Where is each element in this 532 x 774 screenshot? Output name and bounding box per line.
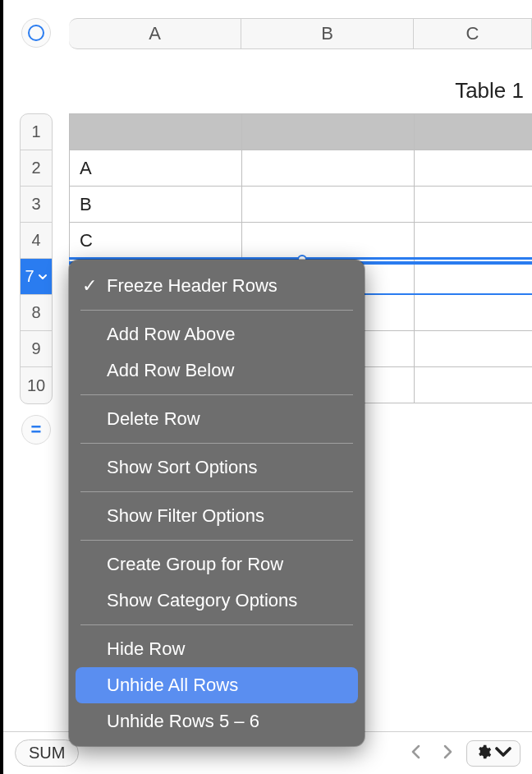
menu-create-group-for-row[interactable]: Create Group for Row	[69, 546, 365, 583]
menu-separator	[80, 443, 353, 444]
menu-delete-row[interactable]: Delete Row	[69, 401, 365, 437]
cell-c9[interactable]	[415, 331, 532, 366]
menu-separator	[80, 491, 353, 492]
menu-label: Freeze Header Rows	[107, 275, 277, 296]
cell-c10[interactable]	[415, 367, 532, 403]
row-header-1[interactable]: 1	[21, 114, 52, 150]
menu-separator	[80, 394, 353, 395]
chevron-right-icon	[441, 742, 454, 765]
column-header-a[interactable]: A	[69, 19, 241, 48]
row-header-3[interactable]: 3	[21, 187, 52, 223]
menu-add-row-below[interactable]: Add Row Below	[69, 352, 365, 389]
cell-c4[interactable]	[415, 223, 532, 258]
cell-c3[interactable]	[415, 187, 532, 222]
column-header-c[interactable]: C	[414, 19, 531, 48]
next-sheet-button[interactable]	[435, 741, 460, 766]
menu-label: Create Group for Row	[107, 554, 283, 574]
cell-c1[interactable]	[415, 114, 532, 150]
table-row	[70, 114, 532, 150]
sum-label: SUM	[29, 744, 65, 762]
row-header-10[interactable]: 10	[21, 367, 52, 403]
menu-label: Unhide All Rows	[107, 675, 238, 695]
column-headers: A B C	[69, 18, 532, 49]
chevron-down-icon	[495, 744, 511, 762]
settings-button[interactable]	[466, 740, 521, 767]
table-reference-button[interactable]	[21, 18, 51, 48]
row-header-9[interactable]: 9	[21, 331, 52, 367]
cell-c8[interactable]	[415, 295, 532, 330]
table-row: A	[70, 150, 532, 187]
checkmark-icon: ✓	[82, 275, 97, 297]
row-header-7-selected[interactable]: 7	[21, 259, 52, 295]
menu-freeze-header-rows[interactable]: ✓ Freeze Header Rows	[69, 268, 365, 304]
circle-icon	[28, 25, 44, 41]
menu-separator	[80, 310, 353, 311]
menu-label: Unhide Rows 5 – 6	[107, 711, 259, 731]
menu-add-row-above[interactable]: Add Row Above	[69, 316, 365, 352]
menu-unhide-all-rows[interactable]: Unhide All Rows	[76, 667, 358, 703]
chevron-down-icon	[38, 267, 48, 286]
menu-unhide-rows-range[interactable]: Unhide Rows 5 – 6	[69, 703, 365, 739]
row-header-8[interactable]: 8	[21, 295, 52, 331]
chevron-left-icon	[410, 742, 423, 765]
sum-pill[interactable]: SUM	[15, 739, 79, 767]
prev-sheet-button[interactable]	[404, 741, 429, 766]
menu-separator	[80, 540, 353, 541]
row-header-2[interactable]: 2	[21, 150, 52, 187]
equals-icon: =	[31, 419, 42, 440]
row-actions-button[interactable]: =	[21, 415, 51, 445]
cell-b3[interactable]	[242, 187, 415, 222]
row-context-menu: ✓ Freeze Header Rows Add Row Above Add R…	[69, 260, 365, 746]
menu-show-category-options[interactable]: Show Category Options	[69, 583, 365, 619]
cell-b4[interactable]	[242, 223, 415, 258]
table-row: C	[70, 223, 532, 259]
gear-icon	[475, 744, 492, 763]
cell-b1[interactable]	[242, 114, 415, 150]
cell-a1[interactable]	[70, 114, 242, 150]
menu-label: Add Row Below	[107, 360, 234, 380]
menu-separator	[80, 624, 353, 625]
table-title[interactable]: Table 1	[455, 78, 524, 104]
cell-a4[interactable]: C	[70, 223, 242, 258]
cell-b2[interactable]	[242, 150, 415, 186]
cell-a3[interactable]: B	[70, 187, 242, 222]
menu-show-filter-options[interactable]: Show Filter Options	[69, 498, 365, 534]
menu-label: Show Category Options	[107, 590, 297, 610]
table-row: B	[70, 187, 532, 223]
cell-c2[interactable]	[415, 150, 532, 186]
menu-label: Show Filter Options	[107, 505, 264, 526]
row-header-4[interactable]: 4	[21, 223, 52, 259]
menu-label: Add Row Above	[107, 324, 236, 344]
column-header-b[interactable]: B	[241, 19, 414, 48]
row-headers: 1 2 3 4 7 8 9 10	[20, 113, 53, 404]
menu-label: Hide Row	[107, 638, 185, 659]
row-number-label: 7	[25, 267, 34, 286]
menu-hide-row[interactable]: Hide Row	[69, 631, 365, 667]
menu-label: Show Sort Options	[107, 457, 257, 477]
cell-a2[interactable]: A	[70, 150, 242, 186]
menu-show-sort-options[interactable]: Show Sort Options	[69, 449, 365, 486]
menu-label: Delete Row	[107, 408, 200, 429]
